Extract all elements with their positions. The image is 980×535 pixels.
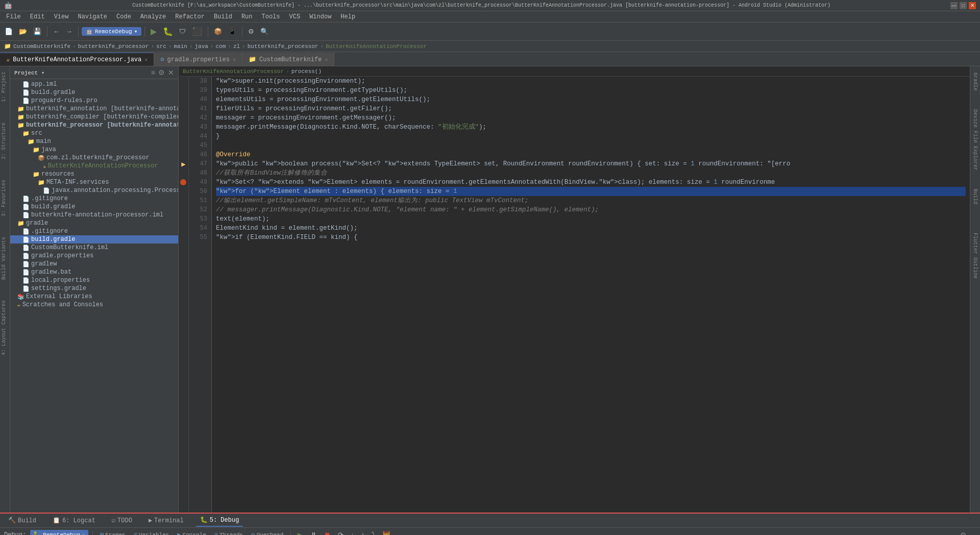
toolbar-search[interactable]: 🔍 xyxy=(258,26,271,37)
toolbar-run-with-coverage[interactable]: 🛡 xyxy=(177,26,188,37)
tree-item-1[interactable]: 📄build.gradle xyxy=(10,88,178,96)
tab-close-0[interactable]: ✕ xyxy=(144,57,148,63)
window-controls[interactable]: — □ ✕ xyxy=(950,2,976,9)
fb-file[interactable]: ButterKnifeAnnotationProcessor xyxy=(183,68,284,75)
tab-build-variants[interactable]: Build Variants xyxy=(0,232,10,285)
bc-7[interactable]: zl xyxy=(233,43,240,50)
bc-3[interactable]: src xyxy=(156,43,166,50)
toolbar-open[interactable]: 📂 xyxy=(16,26,30,37)
close-button[interactable]: ✕ xyxy=(969,2,976,9)
tab-gradle[interactable]: Gradle xyxy=(971,68,979,95)
tab-device-explorer[interactable]: Device File Explorer xyxy=(971,105,979,175)
tab-butterknife-processor[interactable]: ☕ ButterKnifeAnnotationProcessor.java ✕ xyxy=(0,53,154,66)
tree-item-7[interactable]: 📁main xyxy=(10,137,178,145)
tree-item-11[interactable]: 📁resources xyxy=(10,170,178,178)
code-line-14[interactable]: // messager.printMessage(Diagnostic.Kind… xyxy=(216,205,966,214)
tree-item-0[interactable]: 📄app.iml xyxy=(10,80,178,88)
code-line-12[interactable]: "kw">for ("kw">Element element : element… xyxy=(216,187,966,196)
tab-layout-captures[interactable]: 4: Layout Captures xyxy=(0,295,10,360)
bc-2[interactable]: butterknife_processor xyxy=(78,43,149,50)
tab-todo[interactable]: ☑ TODO xyxy=(108,515,136,526)
tree-item-24[interactable]: 📄local.properties xyxy=(10,276,178,284)
debug-pause[interactable]: ⏸ xyxy=(308,529,320,535)
tree-item-4[interactable]: 📁butterknife_compiler [butterknife-compi… xyxy=(10,113,178,121)
menu-item-help[interactable]: Help xyxy=(336,12,359,21)
sidebar-settings[interactable]: ⚙ xyxy=(158,68,165,77)
menu-item-view[interactable]: View xyxy=(50,12,73,21)
tree-item-6[interactable]: 📁src xyxy=(10,129,178,137)
minimize-button[interactable]: — xyxy=(950,2,958,9)
code-line-7[interactable] xyxy=(216,141,966,150)
debug-config-name[interactable]: 🐛 RemoteDebug ✕ xyxy=(30,530,88,535)
code-line-3[interactable]: filerUtils = processingEnvironment.getFi… xyxy=(216,104,966,113)
bc-9[interactable]: ButterKnifeAnnotationProcessor xyxy=(326,43,427,50)
tree-item-19[interactable]: 📄build.gradle xyxy=(10,235,178,244)
tab-debug-bottom[interactable]: 🐛 5: Debug xyxy=(196,514,243,527)
tree-item-25[interactable]: 📄settings.gradle xyxy=(10,284,178,293)
bc-8[interactable]: butterknife_processor xyxy=(248,43,318,50)
maximize-button[interactable]: □ xyxy=(960,2,967,9)
tree-item-10[interactable]: ☕ButterKnifeAnnotationProcessor xyxy=(10,162,178,170)
tree-item-2[interactable]: 📄proguard-rules.pro xyxy=(10,96,178,105)
bc-5[interactable]: java xyxy=(195,43,208,50)
tab-close-1[interactable]: ✕ xyxy=(233,57,236,63)
code-line-4[interactable]: messager = processingEnvironment.getMess… xyxy=(216,113,966,123)
debug-run-to-cursor[interactable]: ⤵ xyxy=(369,529,378,535)
tab-close-2[interactable]: ✕ xyxy=(325,57,328,63)
bc-1[interactable]: CustomButterknife xyxy=(13,43,70,50)
toolbar-forward[interactable]: → xyxy=(63,26,75,37)
code-line-11[interactable]: "kw">Set<? "kw">extends "kw">Element> el… xyxy=(216,178,966,187)
tree-item-13[interactable]: 📄javax.annotation.processing.Processor xyxy=(10,186,178,194)
toolbar-sdk-manager[interactable]: 📦 xyxy=(211,26,225,37)
menu-item-window[interactable]: Window xyxy=(305,12,335,21)
debug-resume[interactable]: ▶ xyxy=(295,529,306,536)
toolbar-stop[interactable]: ⬛ xyxy=(189,25,205,38)
tab-flutter-outline[interactable]: Flutter Outline xyxy=(971,229,979,283)
sidebar-options[interactable]: ≡ xyxy=(151,68,155,77)
menu-item-file[interactable]: File xyxy=(2,12,25,21)
tab-custombutterknife[interactable]: 📁 CustomButterknife ✕ xyxy=(242,53,334,66)
tab-build-bottom[interactable]: 🔨 Build xyxy=(4,515,40,526)
menu-item-build[interactable]: Build xyxy=(210,12,236,21)
tree-item-17[interactable]: 📁gradle xyxy=(10,219,178,227)
code-line-1[interactable]: typesUtils = processingEnvironment.getTy… xyxy=(216,86,966,95)
tree-item-14[interactable]: 📄.gitignore xyxy=(10,194,178,203)
run-config[interactable]: 🤖 RemoteDebug ▾ xyxy=(82,27,141,36)
tab-project[interactable]: 1: Project xyxy=(0,66,10,107)
breakpoint-icon-11[interactable] xyxy=(180,179,186,185)
tab-terminal[interactable]: ▶ Terminal xyxy=(144,515,188,526)
code-line-13[interactable]: //输出element.getSimpleName: mTvContent, e… xyxy=(216,196,966,205)
code-area[interactable]: ▶ 383940414243444546474849505152535455 "… xyxy=(179,77,970,513)
tree-item-18[interactable]: 📄.gitignore xyxy=(10,227,178,235)
tree-item-5[interactable]: 📁butterknife_processor [butterknife-anno… xyxy=(10,121,178,129)
tree-item-27[interactable]: ✏️Scratches and Consoles xyxy=(10,301,178,309)
tab-build-right[interactable]: Build xyxy=(971,185,979,208)
menu-item-vcs[interactable]: VCS xyxy=(285,12,305,21)
code-line-0[interactable]: "kw">super.init(processingEnvironment); xyxy=(216,77,966,86)
code-line-16[interactable]: ElementKind kind = element.getKind(); xyxy=(216,224,966,233)
menu-item-tools[interactable]: Tools xyxy=(258,12,284,21)
menu-item-run[interactable]: Run xyxy=(237,12,257,21)
tab-favorites[interactable]: 3: Favorites xyxy=(0,175,10,222)
debug-step-out[interactable]: ↑ xyxy=(359,529,368,535)
debug-minimize[interactable]: — xyxy=(969,531,976,536)
menu-item-analyze[interactable]: Analyze xyxy=(136,12,170,21)
debug-tab-threads[interactable]: ≡ Threads xyxy=(211,530,246,536)
tab-structure[interactable]: 2: Structure xyxy=(0,117,10,164)
tree-item-20[interactable]: 📄CustomButterknife.iml xyxy=(10,244,178,252)
debug-tab-overhead[interactable]: ◎ Overhead xyxy=(248,530,286,535)
tree-item-22[interactable]: 📄gradlew xyxy=(10,260,178,268)
debug-settings[interactable]: ⚙ xyxy=(960,531,967,536)
menu-item-navigate[interactable]: Navigate xyxy=(74,12,111,21)
tree-item-23[interactable]: 📄gradlew.bat xyxy=(10,268,178,276)
toolbar-settings[interactable]: ⚙ xyxy=(246,26,257,37)
bc-4[interactable]: main xyxy=(174,43,187,50)
tree-item-26[interactable]: 📚External Libraries xyxy=(10,293,178,301)
tab-gradle-properties[interactable]: ⚙ gradle.properties ✕ xyxy=(154,53,242,66)
toolbar-run[interactable]: ▶ xyxy=(148,25,159,38)
toolbar-new[interactable]: 📄 xyxy=(2,26,15,37)
code-line-15[interactable]: text(element); xyxy=(216,214,966,224)
code-line-5[interactable]: messager.printMessage(Diagnostic.Kind.NO… xyxy=(216,123,966,132)
debug-tab-frames[interactable]: ⊞ Frames xyxy=(97,530,129,535)
sidebar-close[interactable]: ✕ xyxy=(168,68,174,77)
